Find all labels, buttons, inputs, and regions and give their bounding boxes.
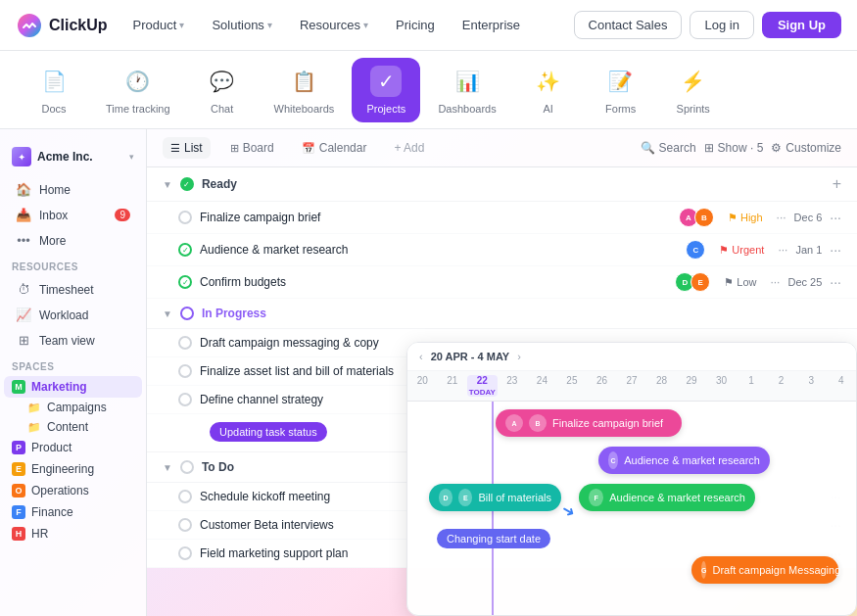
group-add-button[interactable]: + [833,175,841,193]
chevron-left-icon[interactable]: ‹ [419,351,423,362]
show-action[interactable]: ⊞ Show · 5 [704,141,764,155]
gantt-date: 26 [587,375,617,397]
task-checkbox[interactable]: ✓ [178,275,192,289]
sidebar-space-marketing[interactable]: M Marketing [4,376,142,398]
avatar: E [690,272,710,292]
table-row[interactable]: ✓ Audience & market research C ⚑ Urgent … [147,234,857,266]
avatar: B [694,208,714,227]
task-checkbox[interactable]: ✓ [178,243,192,257]
sidebar-space-engineering[interactable]: E Engineering [0,458,146,480]
tab-calendar[interactable]: 📅 Calendar [294,137,375,159]
todo-status-dot [180,460,194,474]
feature-chat[interactable]: 💬 Chat [188,58,257,122]
customize-icon: ⚙ [771,141,782,155]
gantt-bar-bill[interactable]: D E Bill of materials [429,484,561,511]
gantt-bar-finalize[interactable]: A B Finalize campaign brief [496,409,682,437]
feature-navigation: 📄 Docs 🕐 Time tracking 💬 Chat 📋 Whiteboa… [0,51,857,129]
gantt-date: 23 [498,375,528,397]
forms-icon: 📝 [605,66,637,97]
task-status-dot[interactable] [178,393,192,406]
sidebar-subitem-campaigns[interactable]: 📁 Campaigns [0,398,146,417]
feature-ai[interactable]: ✨ AI [514,58,583,122]
logo-text: ClickUp [49,17,108,34]
sidebar-space-operations[interactable]: O Operations [0,480,146,501]
gantt-dates-row: 20 21 22TODAY 23 24 25 26 27 28 29 30 1 … [407,371,856,402]
dots-icon: ··· [777,211,786,224]
gantt-bar-audience[interactable]: C Audience & market research [598,447,770,474]
signup-button[interactable]: Sign Up [762,12,841,38]
folder-icon: 📁 [27,402,41,414]
sidebar-subitem-content[interactable]: 📁 Content [0,417,146,437]
group-chevron-icon[interactable]: ▼ [163,462,172,473]
sidebar-item-workload[interactable]: 📈 Workload [4,303,142,327]
sidebar-item-home[interactable]: 🏠 Home [4,177,142,202]
table-row[interactable]: Finalize campaign brief A B ⚑ High ··· D… [147,202,857,234]
tab-list[interactable]: ☰ List [163,137,211,159]
feature-projects[interactable]: ✓ Projects [352,58,420,122]
task-status-dot[interactable] [178,546,192,560]
projects-icon: ✓ [370,66,402,97]
task-more-button[interactable]: ··· [830,242,841,258]
operations-space-icon: O [12,484,25,498]
nav-product[interactable]: Product ▾ [123,12,195,38]
feature-time-tracking[interactable]: 🕐 Time tracking [92,58,184,122]
add-view-button[interactable]: + Add [386,137,432,159]
avatar: E [458,489,472,506]
gantt-bar-draft[interactable]: G Draft campaign Messaging [691,556,838,584]
nav-pricing[interactable]: Pricing [386,12,445,38]
feature-whiteboards[interactable]: 📋 Whiteboards [261,58,349,122]
gantt-bar-audience-green[interactable]: F Audience & market research [579,484,755,511]
table-row[interactable]: ✓ Confirm budgets D E ⚑ Low ··· Dec 25 ·… [147,266,857,299]
sidebar: ✦ Acme Inc. ▾ 🏠 Home 📥 Inbox 9 ••• More … [0,129,147,616]
gantt-date: 2 [766,375,796,397]
feature-sprints[interactable]: ⚡ Sprints [659,58,728,122]
calendar-icon: 📅 [302,142,315,155]
chevron-down-icon: ▾ [267,20,272,30]
login-button[interactable]: Log in [690,11,753,39]
nav-enterprise[interactable]: Enterprise [452,12,530,38]
task-status-dot[interactable] [178,518,192,532]
task-status-dot[interactable] [178,336,192,350]
svg-point-0 [18,14,41,37]
gantt-today: 22TODAY [467,375,498,397]
task-more-button[interactable]: ··· [830,210,841,225]
tab-board[interactable]: ⊞ Board [222,137,282,159]
sidebar-item-timesheet[interactable]: ⏱ Timesheet [4,277,142,302]
nav-resources[interactable]: Resources ▾ [290,12,378,38]
whiteboards-icon: 📋 [288,66,319,97]
priority-badge: ⚑ High [722,210,769,226]
gantt-date: 4 [826,375,856,397]
sidebar-item-inbox[interactable]: 📥 Inbox 9 [4,203,142,227]
task-more-button[interactable]: ··· [830,274,841,290]
group-chevron-icon[interactable]: ▼ [163,179,172,190]
group-chevron-icon[interactable]: ▼ [163,308,172,319]
product-space-icon: P [12,441,25,454]
show-icon: ⊞ [704,141,714,155]
workspace-selector[interactable]: ✦ Acme Inc. ▾ [0,141,146,176]
feature-docs[interactable]: 📄 Docs [20,58,88,122]
sidebar-item-more[interactable]: ••• More [4,228,142,253]
top-navigation: ClickUp Product ▾ Solutions ▾ Resources … [0,0,857,51]
search-action[interactable]: 🔍 Search [641,141,696,155]
sidebar-space-hr[interactable]: H HR [0,523,146,545]
gantt-date: 21 [438,375,468,397]
sidebar-space-product[interactable]: P Product [0,437,146,458]
nav-solutions[interactable]: Solutions ▾ [202,12,281,38]
feature-dashboards[interactable]: 📊 Dashboards [424,58,509,122]
task-status-dot[interactable] [178,364,192,378]
logo[interactable]: ClickUp [16,12,108,39]
feature-forms[interactable]: 📝 Forms [587,58,655,122]
gantt-date: 3 [796,375,827,397]
sidebar-item-team-view[interactable]: ⊞ Team view [4,328,142,353]
task-status-dot[interactable] [178,490,192,503]
sidebar-space-finance[interactable]: F Finance [0,501,146,523]
chevron-right-icon[interactable]: › [517,351,521,362]
ready-status-dot: ✓ [180,177,194,191]
list-icon: ☰ [170,142,180,155]
task-checkbox[interactable] [178,211,192,224]
workspace-chevron-icon: ▾ [129,152,134,162]
changing-date-tooltip: Changing start date [437,529,550,548]
customize-action[interactable]: ⚙ Customize [771,141,841,155]
contact-sales-button[interactable]: Contact Sales [574,11,683,39]
dots-icon: ··· [770,275,780,289]
